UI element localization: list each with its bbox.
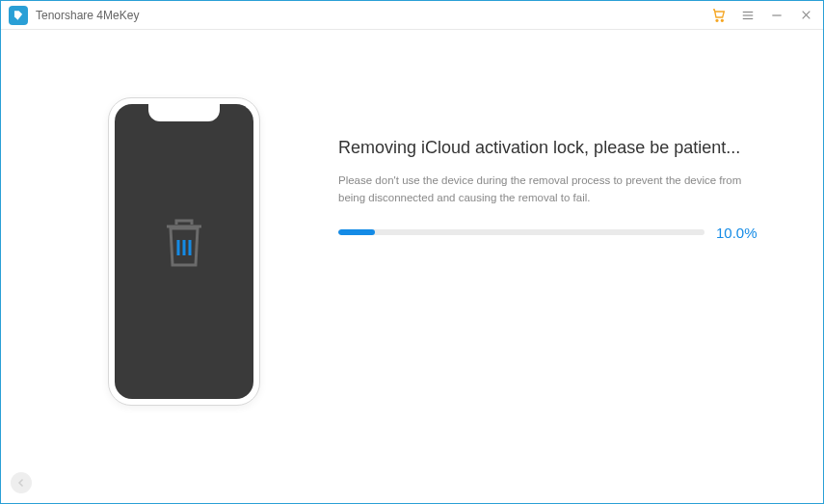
menu-icon[interactable] (740, 8, 756, 23)
progress-bar (338, 229, 704, 235)
back-button[interactable] (11, 472, 32, 493)
phone-illustration-area (40, 88, 329, 406)
content-area: Removing iCloud activation lock, please … (1, 30, 823, 503)
titlebar-actions (711, 8, 813, 23)
trash-icon (161, 217, 207, 275)
progress-fill (338, 229, 375, 235)
close-button[interactable] (798, 8, 813, 23)
phone-screen (115, 104, 253, 399)
svg-point-1 (721, 19, 723, 21)
progress-label: 10.0% (716, 225, 758, 241)
info-area: Removing iCloud activation lock, please … (329, 88, 784, 241)
minimize-button[interactable] (769, 8, 784, 23)
app-window: Tenorshare 4MeKey (0, 0, 824, 504)
main-subtext: Please don't use the device during the r… (338, 172, 743, 207)
app-title: Tenorshare 4MeKey (36, 9, 139, 22)
svg-point-0 (716, 19, 718, 21)
titlebar: Tenorshare 4MeKey (1, 1, 823, 30)
progress-row: 10.0% (338, 225, 775, 241)
main-heading: Removing iCloud activation lock, please … (338, 138, 775, 158)
app-logo-icon (9, 6, 28, 25)
phone-notch (148, 104, 220, 121)
phone-frame (108, 97, 260, 406)
cart-icon[interactable] (711, 8, 727, 23)
